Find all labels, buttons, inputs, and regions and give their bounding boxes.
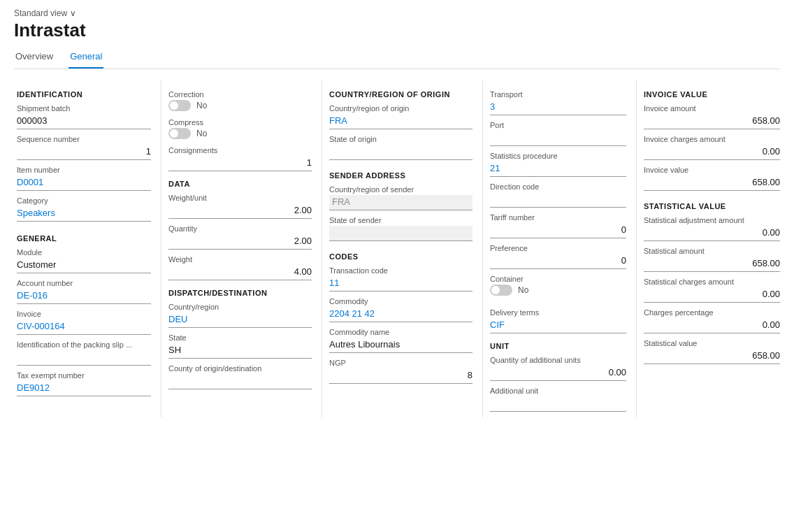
item-number-field: Item number D0001 <box>17 166 151 191</box>
col-transport: Transport 3 Port Statistics procedure 21… <box>482 80 629 417</box>
invoice-charges-label: Invoice charges amount <box>644 135 780 143</box>
tariff-number-label: Tariff number <box>490 213 626 222</box>
module-label: Module <box>17 248 151 257</box>
commodity-name-value[interactable]: Autres Libournais <box>329 338 472 353</box>
compress-toggle[interactable] <box>168 128 191 139</box>
statistics-procedure-field: Statistics procedure 21 <box>490 152 626 177</box>
statistics-procedure-value[interactable]: 21 <box>490 161 626 177</box>
transaction-code-value[interactable]: 11 <box>329 276 472 292</box>
shipment-batch-label: Shipment batch <box>17 104 151 113</box>
item-number-value[interactable]: D0001 <box>17 175 151 191</box>
weight-field: Weight 4.00 <box>168 255 312 280</box>
consignments-value[interactable]: 1 <box>168 156 312 171</box>
stat-adj-value[interactable]: 0.00 <box>644 226 780 241</box>
country-origin-value[interactable]: FRA <box>329 114 472 129</box>
additional-unit-value[interactable] <box>490 396 626 412</box>
invoice-amount-value[interactable]: 658.00 <box>644 114 780 129</box>
tab-overview[interactable]: Overview <box>14 47 55 69</box>
container-toggle[interactable] <box>490 285 512 296</box>
commodity-value[interactable]: 2204 21 42 <box>329 307 472 322</box>
state-sender-value[interactable] <box>329 226 472 241</box>
state-dispatch-value[interactable]: SH <box>168 343 312 359</box>
weight-unit-value[interactable]: 2.00 <box>168 203 312 219</box>
compress-toggle-label: No <box>196 129 207 138</box>
account-number-label: Account number <box>17 279 151 287</box>
county-label: County of origin/destination <box>168 364 312 373</box>
port-field: Port <box>490 121 626 146</box>
tax-exempt-value[interactable]: DE9012 <box>17 381 151 396</box>
county-value[interactable] <box>168 374 312 389</box>
weight-unit-label: Weight/unit <box>168 194 312 202</box>
module-value[interactable]: Customer <box>17 258 151 273</box>
consignments-label: Consignments <box>168 146 312 154</box>
invoice-value-field: Invoice value 658.00 <box>644 166 780 191</box>
state-dispatch-label: State <box>168 333 312 342</box>
stat-adj-label: Statistical adjustment amount <box>644 216 780 224</box>
invoice-charges-value[interactable]: 0.00 <box>644 145 780 160</box>
direction-code-value[interactable] <box>490 192 626 208</box>
state-origin-value[interactable] <box>329 145 472 160</box>
transaction-code-field: Transaction code 11 <box>329 266 472 292</box>
account-number-value[interactable]: DE-016 <box>17 289 151 304</box>
charges-pct-value[interactable]: 0.00 <box>644 318 780 333</box>
correction-toggle-row: No <box>168 100 312 111</box>
additional-unit-field: Additional unit <box>490 387 626 412</box>
view-label[interactable]: Standard view ∨ <box>14 8 780 18</box>
stat-charges-field: Statistical charges amount 0.00 <box>644 278 780 303</box>
col-invoice: INVOICE VALUE Invoice amount 658.00 Invo… <box>636 80 783 417</box>
direction-code-label: Direction code <box>490 182 626 191</box>
additional-unit-label: Additional unit <box>490 387 626 395</box>
country-sender-field: Country/region of sender FRA <box>329 185 472 210</box>
quantity-value[interactable]: 2.00 <box>168 234 312 250</box>
weight-value[interactable]: 4.00 <box>168 265 312 280</box>
charges-pct-label: Charges percentage <box>644 308 780 317</box>
standard-view-text: Standard view <box>14 8 67 18</box>
col-identification: IDENTIFICATION Shipment batch 000003 Seq… <box>14 80 154 417</box>
tariff-number-field: Tariff number 0 <box>490 213 626 238</box>
category-value[interactable]: Speakers <box>17 206 151 222</box>
container-toggle-row: No <box>490 285 626 296</box>
qty-additional-field: Quantity of additional units 0.00 <box>490 356 626 381</box>
shipment-batch-value[interactable]: 000003 <box>17 114 151 129</box>
container-label: Container <box>490 275 626 283</box>
packing-slip-label: Identification of the packing slip ... <box>17 340 151 349</box>
container-field: Container No <box>490 275 626 303</box>
sequence-number-value[interactable]: 1 <box>17 145 151 160</box>
transport-value[interactable]: 3 <box>490 100 626 115</box>
correction-label: Correction <box>168 90 312 99</box>
commodity-name-label: Commodity name <box>329 328 472 336</box>
invoice-field: Invoice CIV-000164 <box>17 310 151 335</box>
preference-value[interactable]: 0 <box>490 254 626 269</box>
quantity-label: Quantity <box>168 224 312 233</box>
delivery-terms-value[interactable]: CIF <box>490 318 626 333</box>
state-sender-field: State of sender <box>329 216 472 241</box>
port-value[interactable] <box>490 131 626 146</box>
stat-value-value[interactable]: 658.00 <box>644 349 780 364</box>
transport-label: Transport <box>490 90 626 99</box>
shipment-batch-field: Shipment batch 000003 <box>17 104 151 129</box>
packing-slip-value[interactable] <box>17 350 151 366</box>
container-toggle-label: No <box>518 285 528 295</box>
ngp-value[interactable]: 8 <box>329 368 472 384</box>
stat-amount-value[interactable]: 658.00 <box>644 257 780 272</box>
stat-value-label: Statistical value <box>644 339 780 347</box>
tariff-number-value[interactable]: 0 <box>490 223 626 238</box>
codes-title: CODES <box>329 252 472 261</box>
country-sender-value[interactable]: FRA <box>329 195 472 210</box>
stat-adj-field: Statistical adjustment amount 0.00 <box>644 216 780 241</box>
delivery-terms-field: Delivery terms CIF <box>490 308 626 333</box>
charges-pct-field: Charges percentage 0.00 <box>644 308 780 333</box>
transaction-code-label: Transaction code <box>329 266 472 275</box>
qty-additional-value[interactable]: 0.00 <box>490 366 626 381</box>
correction-toggle[interactable] <box>168 100 191 111</box>
commodity-label: Commodity <box>329 297 472 305</box>
invoice-value-value[interactable]: 658.00 <box>644 175 780 191</box>
compress-toggle-row: No <box>168 128 312 139</box>
general-title: GENERAL <box>17 234 151 243</box>
invoice-value[interactable]: CIV-000164 <box>17 319 151 335</box>
stat-amount-label: Statistical amount <box>644 247 780 255</box>
commodity-name-field: Commodity name Autres Libournais <box>329 328 472 353</box>
tab-general[interactable]: General <box>68 47 103 69</box>
country-region-value[interactable]: DEU <box>168 312 312 328</box>
stat-charges-value[interactable]: 0.00 <box>644 287 780 303</box>
